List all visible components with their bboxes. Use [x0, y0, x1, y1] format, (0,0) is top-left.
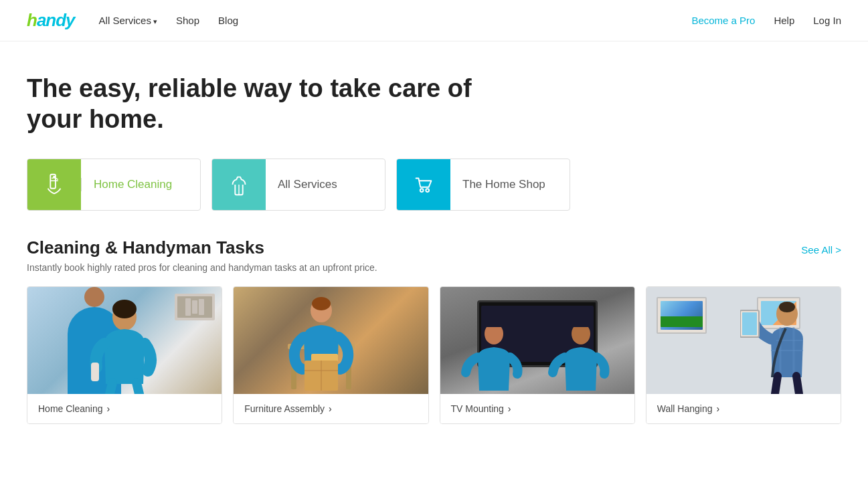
- hero-headline: The easy, reliable way to take care of y…: [27, 74, 495, 134]
- tile-tv-mounting[interactable]: TV Mounting ›: [440, 286, 635, 424]
- home-shop-icon: [397, 159, 450, 210]
- tile-cleaning-image: [27, 287, 222, 394]
- nav-become-pro[interactable]: Become a Pro: [691, 15, 755, 26]
- service-cards-row: Home Cleaning All Services The Home Shop: [0, 159, 868, 237]
- cleaning-icon: [27, 159, 81, 210]
- tile-cleaning-footer: Home Cleaning ›: [27, 394, 222, 423]
- see-all-link[interactable]: See All >: [801, 244, 841, 256]
- tile-furniture-assembly[interactable]: Furniture Assembly ›: [233, 286, 428, 424]
- hero-section: The easy, reliable way to take care of y…: [0, 41, 868, 159]
- svg-point-3: [420, 189, 424, 192]
- svg-rect-22: [742, 312, 757, 335]
- tile-wall-image: [646, 287, 841, 394]
- navbar: handy All Services Shop Blog Become a Pr…: [0, 0, 868, 41]
- tile-tv-image: [440, 287, 634, 394]
- svg-point-20: [779, 302, 795, 312]
- svg-point-17: [485, 327, 503, 344]
- nav-help[interactable]: Help: [774, 15, 794, 26]
- service-card-home-shop[interactable]: The Home Shop: [396, 159, 570, 211]
- nav-shop[interactable]: Shop: [176, 15, 199, 26]
- tile-wall-hanging[interactable]: Wall Hanging ›: [646, 286, 841, 424]
- nav-blog[interactable]: Blog: [218, 15, 238, 26]
- tile-tv-footer: TV Mounting ›: [440, 394, 634, 423]
- nav-login[interactable]: Log In: [813, 15, 841, 26]
- service-card-cleaning[interactable]: Home Cleaning: [27, 159, 201, 211]
- tile-furniture-footer: Furniture Assembly ›: [234, 394, 428, 423]
- tasks-section: Cleaning & Handyman Tasks See All > Inst…: [0, 237, 868, 445]
- section-header: Cleaning & Handyman Tasks See All >: [27, 237, 841, 258]
- tile-furniture-image: [234, 287, 428, 394]
- all-services-label: All Services: [266, 178, 349, 191]
- section-subtitle: Instantly book highly rated pros for cle…: [27, 262, 841, 273]
- svg-point-4: [426, 189, 429, 192]
- all-services-icon: [212, 159, 266, 210]
- svg-point-6: [112, 300, 137, 318]
- cleaning-label: Home Cleaning: [81, 178, 184, 191]
- tile-wall-footer: Wall Hanging ›: [646, 394, 841, 423]
- service-card-all-services[interactable]: All Services: [211, 159, 385, 211]
- nav-left: All Services Shop Blog: [99, 15, 239, 26]
- svg-rect-7: [91, 363, 99, 381]
- nav-right: Become a Pro Help Log In: [691, 15, 841, 26]
- section-title: Cleaning & Handyman Tasks: [27, 237, 264, 258]
- svg-point-1: [53, 176, 56, 179]
- svg-point-18: [572, 327, 590, 344]
- nav-all-services[interactable]: All Services: [99, 15, 157, 26]
- svg-point-12: [312, 297, 331, 310]
- service-tiles-grid: Home Cleaning ›: [27, 286, 841, 424]
- home-shop-label: The Home Shop: [450, 178, 557, 191]
- logo[interactable]: handy: [27, 10, 75, 31]
- tile-home-cleaning[interactable]: Home Cleaning ›: [27, 286, 222, 424]
